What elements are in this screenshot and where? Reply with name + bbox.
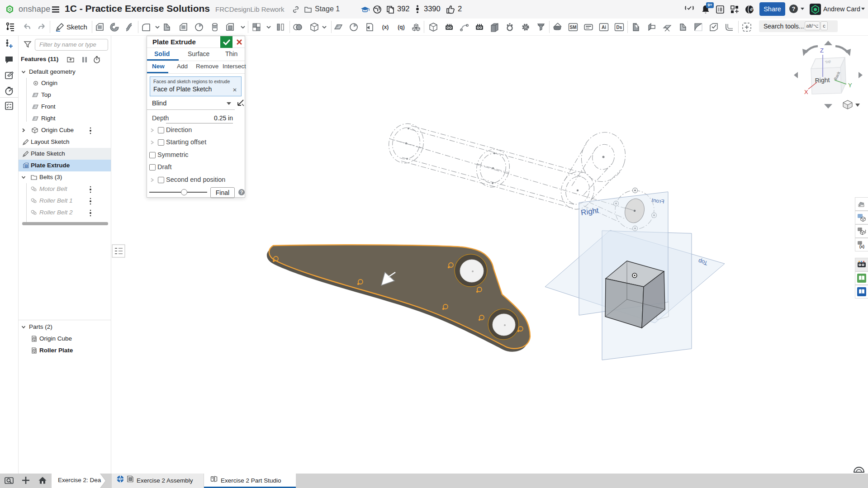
svg-text:Z: Z bbox=[820, 47, 824, 54]
svg-text:X: X bbox=[804, 89, 808, 95]
svg-text:SM: SM bbox=[570, 25, 577, 30]
svg-text:Ai: Ai bbox=[602, 25, 606, 30]
svg-text:Y: Y bbox=[848, 82, 852, 89]
svg-text:(x): (x) bbox=[859, 244, 864, 249]
svg-text:(q): (q) bbox=[398, 24, 404, 30]
svg-text:(x): (x) bbox=[382, 24, 389, 30]
svg-text:Ds: Ds bbox=[617, 25, 622, 30]
svg-text:Right: Right bbox=[815, 76, 830, 84]
svg-text:d²: d² bbox=[750, 7, 754, 12]
